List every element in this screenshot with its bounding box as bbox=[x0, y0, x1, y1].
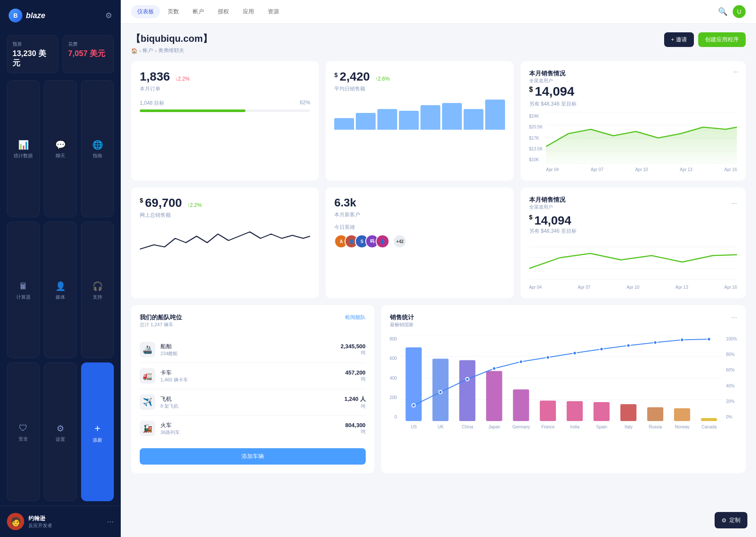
tab-apps[interactable]: 应用 bbox=[237, 5, 260, 18]
guide-icon: 🌐 bbox=[92, 140, 103, 150]
sidebar-item-chat[interactable]: 💬 聊天 bbox=[44, 80, 77, 217]
x-label-2: Apr 07 bbox=[591, 167, 603, 172]
train-name: 火车 bbox=[160, 421, 340, 429]
invite-button[interactable]: + 邀请 bbox=[664, 32, 694, 47]
sc-pct-100: 100% bbox=[726, 337, 737, 341]
top-nav-tabs: 仪表板 页数 帐户 授权 应用 资源 bbox=[131, 5, 285, 18]
spending-card: 花费 7,057 美元 bbox=[63, 35, 114, 73]
train-sub: 36路列车 bbox=[160, 429, 340, 436]
total-sales-card: $ 69,700 ↑2.2% 网上总销售额 bbox=[131, 187, 319, 298]
x-label-5: Apr 16 bbox=[725, 167, 737, 172]
settings-icon[interactable]: ⚙ bbox=[105, 11, 112, 20]
ms2-dollar: $ bbox=[529, 214, 533, 221]
ms2-subtitle: 全渠道用户 bbox=[529, 204, 565, 210]
sc-y-right: 100% 80% 60% 40% 20% 0% bbox=[726, 335, 737, 421]
sc-x-label: Japan bbox=[481, 425, 508, 429]
ship-sub: 234艘船 bbox=[160, 350, 336, 357]
user-more-icon[interactable]: ⋯ bbox=[107, 518, 114, 526]
nav-grid: 📊 统计数据 💬 聊天 🌐 指南 🖩 计算器 👤 媒体 🎧 支持 🛡 安全 ⚙ bbox=[0, 80, 121, 501]
ts-dollar: $ bbox=[140, 197, 143, 204]
total-sales-label: 网上总销售额 bbox=[140, 212, 310, 219]
y-axis: $24K $20.5K $17K $13.5K $10K bbox=[529, 112, 543, 164]
sc-y-200: 200 bbox=[390, 395, 397, 400]
sidebar-item-calculator[interactable]: 🖩 计算器 bbox=[7, 222, 40, 359]
search-icon[interactable]: 🔍 bbox=[718, 7, 728, 16]
logo-text: blaze bbox=[26, 11, 45, 20]
page-title: 【biqubiqu.com】 bbox=[131, 32, 212, 45]
sc-y-800: 800 bbox=[390, 337, 397, 341]
sc-pct-60: 60% bbox=[726, 368, 737, 372]
chart-area: $24K $20.5K $17K $13.5K $10K bbox=[529, 112, 737, 172]
monthly-sales-card-2: 本月销售情况 全渠道用户 ··· $ 14,094 另有 $48,346 至目标 bbox=[521, 187, 746, 298]
avg-sales-change: ↑2.6% bbox=[375, 76, 389, 82]
budget-card: 预算 13,230 美元 bbox=[7, 35, 58, 73]
ms2-remaining: 另有 $48,346 至目标 bbox=[529, 228, 737, 235]
stats-row-2: $ 69,700 ↑2.2% 网上总销售额 6.3k 本月新客户 bbox=[131, 187, 746, 298]
sidebar-item-security[interactable]: 🛡 安全 bbox=[7, 362, 40, 501]
stats-label: 统计数据 bbox=[14, 153, 33, 159]
sales-chart-subtitle: 最畅销国家 bbox=[390, 322, 414, 328]
fleet-title: 我们的船队吨位 bbox=[140, 314, 182, 322]
add-vehicle-button[interactable]: 添加车辆 bbox=[140, 448, 366, 465]
sidebar-item-add[interactable]: + 添新 bbox=[81, 362, 114, 501]
fleet-link[interactable]: 检阅舰队 bbox=[345, 314, 366, 321]
new-customers-label: 本月新客户 bbox=[334, 211, 505, 219]
y-label-2: $20.5K bbox=[529, 125, 543, 129]
sidebar-item-settings[interactable]: ⚙ 设置 bbox=[44, 362, 77, 501]
sc-chart: USUKChinaJapanGermanyFranceIndiaSpainIta… bbox=[400, 335, 722, 429]
sidebar-item-guide[interactable]: 🌐 指南 bbox=[81, 80, 114, 217]
sidebar: B blaze ⚙ 预算 13,230 美元 花费 7,057 美元 📊 统计数… bbox=[0, 0, 121, 537]
tab-pages[interactable]: 页数 bbox=[162, 5, 185, 18]
ms2-amount: 14,094 bbox=[534, 214, 571, 227]
breadcrumb-home: 🏠 bbox=[131, 48, 138, 54]
fleet-card: 我们的船队吨位 总计 1,247 辆车 检阅舰队 🚢 船舶 234艘船 2,34… bbox=[131, 305, 374, 473]
tab-accounts[interactable]: 帐户 bbox=[187, 5, 210, 18]
sidebar-item-stats[interactable]: 📊 统计数据 bbox=[7, 80, 40, 217]
ms2-more-icon[interactable]: ··· bbox=[731, 200, 737, 207]
truck-value: 457,200 吨 bbox=[345, 369, 366, 382]
budget-label: 预算 bbox=[13, 41, 53, 47]
orders-header: 1,836 ↓2.2% bbox=[140, 70, 310, 84]
ms2-svg bbox=[529, 238, 737, 281]
y-label-4: $13.5K bbox=[529, 147, 543, 151]
sc-pct-40: 40% bbox=[726, 384, 737, 388]
sidebar-header: B blaze ⚙ bbox=[0, 0, 121, 31]
wavy-svg bbox=[140, 223, 310, 258]
sc-more-icon[interactable]: ··· bbox=[731, 314, 737, 322]
ms2-amount-row: $ 14,094 bbox=[529, 214, 737, 228]
add-label: 添新 bbox=[93, 437, 102, 443]
svg-point-26 bbox=[412, 404, 415, 407]
page-title-area: 【biqubiqu.com】 🏠 › 帐户 › 奥弗维耶夫 bbox=[131, 32, 212, 54]
security-label: 安全 bbox=[19, 436, 28, 442]
bar-2 bbox=[356, 113, 376, 130]
sidebar-item-media[interactable]: 👤 媒体 bbox=[44, 222, 77, 359]
stats-row-1: 1,836 ↓2.2% 本月订单 1,048 目标 62% $ bbox=[131, 61, 746, 181]
tab-resources[interactable]: 资源 bbox=[262, 5, 285, 18]
svg-rect-16 bbox=[459, 360, 475, 421]
tab-auth[interactable]: 授权 bbox=[212, 5, 235, 18]
customize-icon: ⚙ bbox=[721, 517, 727, 524]
sc-y-400: 400 bbox=[390, 376, 397, 381]
truck-name: 卡车 bbox=[160, 369, 340, 377]
sc-x-labels: USUKChinaJapanGermanyFranceIndiaSpainIta… bbox=[400, 425, 722, 429]
calculator-label: 计算器 bbox=[16, 294, 31, 300]
more-icon[interactable]: ··· bbox=[733, 68, 739, 76]
svg-point-33 bbox=[600, 347, 603, 351]
sales-chart-title: 销售统计 bbox=[390, 314, 414, 322]
media-icon: 👤 bbox=[55, 281, 66, 291]
svg-rect-20 bbox=[567, 401, 583, 421]
svg-point-28 bbox=[466, 378, 469, 381]
customize-button[interactable]: ⚙ 定制 bbox=[715, 512, 747, 528]
tab-dashboard[interactable]: 仪表板 bbox=[131, 5, 160, 18]
create-app-button[interactable]: 创建应用程序 bbox=[698, 32, 746, 47]
sidebar-item-support[interactable]: 🎧 支持 bbox=[81, 222, 114, 359]
ms2-title: 本月销售情况 bbox=[529, 196, 565, 204]
plane-unit: 吨 bbox=[344, 403, 365, 409]
ship-value: 2,345,500 吨 bbox=[341, 343, 366, 356]
truck-icon: 🚛 bbox=[140, 368, 155, 384]
settings-gear-icon: ⚙ bbox=[56, 423, 64, 434]
monthly-subtitle: 全渠道用户 bbox=[529, 78, 737, 84]
user-avatar-btn[interactable]: U bbox=[733, 5, 746, 18]
orders-value: 1,836 bbox=[140, 70, 170, 83]
train-num: 804,300 bbox=[345, 422, 366, 428]
